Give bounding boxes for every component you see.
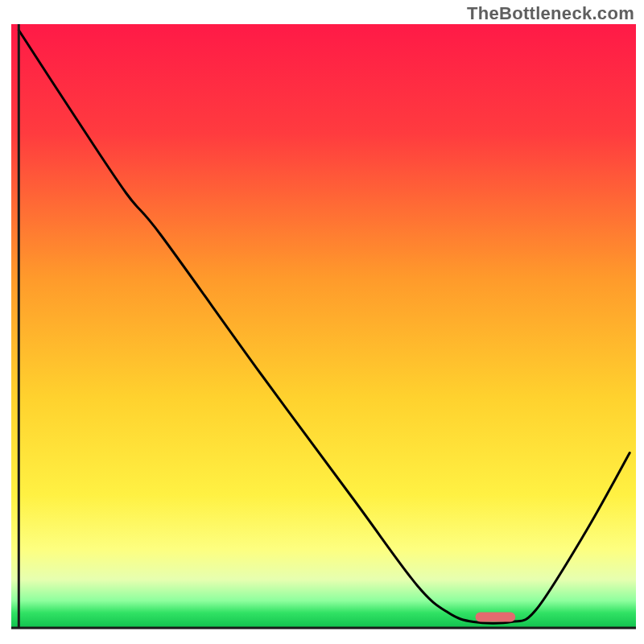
optimal-marker <box>476 613 516 622</box>
plot-background <box>11 24 636 628</box>
chart-canvas <box>0 0 644 644</box>
